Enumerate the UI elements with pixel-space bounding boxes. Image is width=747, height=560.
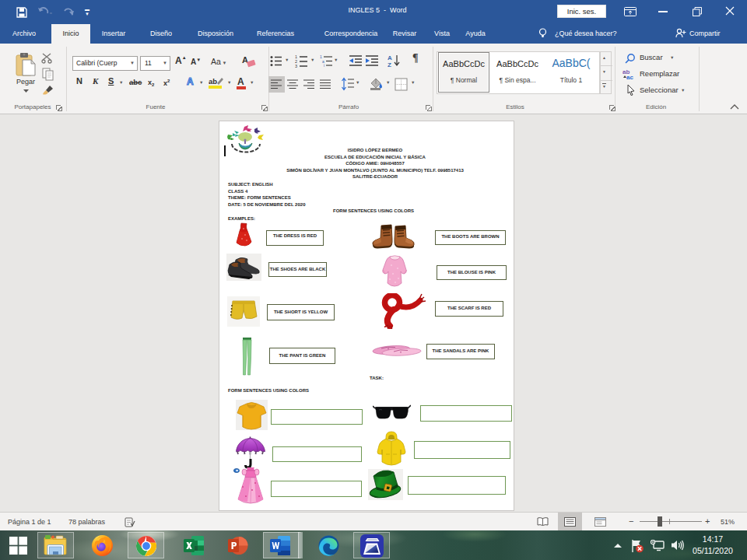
svg-text:ac: ac (626, 74, 633, 79)
svg-text:A: A (388, 54, 392, 61)
svg-text:3: 3 (295, 64, 297, 68)
svg-text:Z: Z (388, 61, 391, 68)
svg-text:i: i (324, 63, 324, 68)
svg-text:ab: ab (209, 77, 217, 86)
